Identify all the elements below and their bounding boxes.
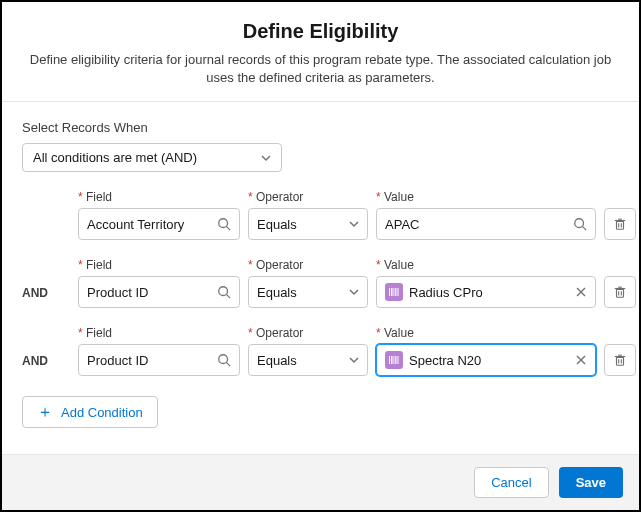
chevron-down-icon xyxy=(349,355,359,365)
operator-value: Equals xyxy=(257,217,343,232)
svg-point-23 xyxy=(219,355,228,364)
delete-row-button[interactable] xyxy=(604,344,636,376)
svg-line-1 xyxy=(227,227,231,231)
delete-row-button[interactable] xyxy=(604,208,636,240)
condition-logic-select[interactable]: All conditions are met (AND) xyxy=(22,143,282,172)
trash-icon xyxy=(613,353,627,367)
modal-subtitle: Define eligibility criteria for journal … xyxy=(22,51,619,87)
chevron-down-icon xyxy=(349,219,359,229)
plus-icon: ＋ xyxy=(37,404,53,420)
field-lookup[interactable]: Product ID xyxy=(78,344,240,376)
conjunction-label xyxy=(22,232,70,240)
value-text: APAC xyxy=(385,217,567,232)
modal-header: Define Eligibility Define eligibility cr… xyxy=(2,2,639,102)
clear-icon[interactable] xyxy=(575,286,587,298)
value-label: * Value xyxy=(376,258,596,272)
search-icon xyxy=(217,353,231,367)
field-lookup[interactable]: Product ID xyxy=(78,276,240,308)
svg-rect-11 xyxy=(389,288,390,296)
add-condition-label: Add Condition xyxy=(61,405,143,420)
condition-row: AND* FieldProduct ID* OperatorEquals* Va… xyxy=(22,258,619,308)
field-label: * Field xyxy=(78,326,240,340)
chevron-down-icon xyxy=(261,153,271,163)
operator-value: Equals xyxy=(257,353,343,368)
value-text: Spectra N20 xyxy=(409,353,569,368)
operator-select[interactable]: Equals xyxy=(248,276,368,308)
add-condition-button[interactable]: ＋ Add Condition xyxy=(22,396,158,428)
delete-row-button[interactable] xyxy=(604,276,636,308)
svg-line-24 xyxy=(227,363,231,367)
value-input[interactable]: Spectra N20 xyxy=(376,344,596,376)
svg-rect-29 xyxy=(398,356,399,364)
modal-title: Define Eligibility xyxy=(22,20,619,43)
search-icon xyxy=(573,217,587,231)
value-text: Radius CPro xyxy=(409,285,569,300)
svg-point-2 xyxy=(575,219,584,228)
svg-line-3 xyxy=(583,227,587,231)
svg-point-9 xyxy=(219,287,228,296)
select-records-label: Select Records When xyxy=(22,120,619,135)
value-label: * Value xyxy=(376,190,596,204)
value-label: * Value xyxy=(376,326,596,340)
svg-rect-14 xyxy=(395,288,396,296)
operator-select[interactable]: Equals xyxy=(248,344,368,376)
cancel-button[interactable]: Cancel xyxy=(474,467,548,498)
clear-icon[interactable] xyxy=(575,354,587,366)
svg-rect-15 xyxy=(398,288,399,296)
modal-footer: Cancel Save xyxy=(2,454,639,510)
product-icon xyxy=(385,283,403,301)
operator-label: * Operator xyxy=(248,190,368,204)
search-icon xyxy=(217,217,231,231)
value-input[interactable]: APAC xyxy=(376,208,596,240)
operator-select[interactable]: Equals xyxy=(248,208,368,240)
chevron-down-icon xyxy=(349,287,359,297)
field-value: Account Territory xyxy=(87,217,211,232)
operator-label: * Operator xyxy=(248,326,368,340)
field-value: Product ID xyxy=(87,285,211,300)
svg-rect-27 xyxy=(394,356,395,364)
svg-rect-18 xyxy=(617,290,624,298)
field-label: * Field xyxy=(78,190,240,204)
conjunction-label: AND xyxy=(22,286,70,308)
svg-rect-4 xyxy=(617,222,624,230)
svg-line-10 xyxy=(227,295,231,299)
value-input[interactable]: Radius CPro xyxy=(376,276,596,308)
condition-row: * FieldAccount Territory* OperatorEquals… xyxy=(22,190,619,240)
search-icon xyxy=(217,285,231,299)
svg-rect-28 xyxy=(395,356,396,364)
save-button[interactable]: Save xyxy=(559,467,623,498)
condition-logic-value: All conditions are met (AND) xyxy=(33,150,197,165)
field-value: Product ID xyxy=(87,353,211,368)
trash-icon xyxy=(613,285,627,299)
svg-rect-26 xyxy=(391,356,393,364)
svg-rect-12 xyxy=(391,288,393,296)
trash-icon xyxy=(613,217,627,231)
modal-body: Select Records When All conditions are m… xyxy=(2,102,639,454)
svg-rect-32 xyxy=(617,358,624,366)
field-label: * Field xyxy=(78,258,240,272)
conjunction-label: AND xyxy=(22,354,70,376)
svg-point-0 xyxy=(219,219,228,228)
field-lookup[interactable]: Account Territory xyxy=(78,208,240,240)
condition-row: AND* FieldProduct ID* OperatorEquals* Va… xyxy=(22,326,619,376)
product-icon xyxy=(385,351,403,369)
operator-value: Equals xyxy=(257,285,343,300)
operator-label: * Operator xyxy=(248,258,368,272)
svg-rect-13 xyxy=(394,288,395,296)
svg-rect-25 xyxy=(389,356,390,364)
